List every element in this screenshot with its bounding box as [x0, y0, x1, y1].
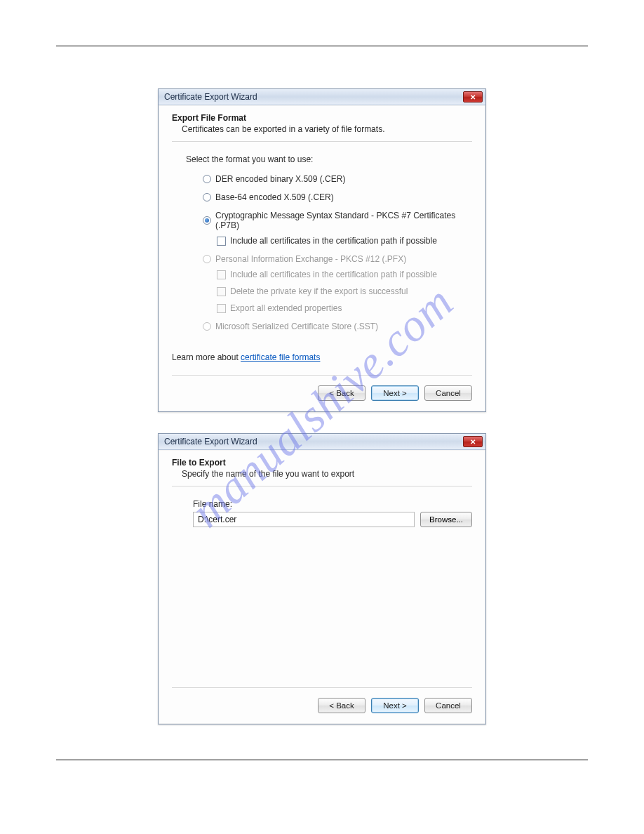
next-button[interactable]: Next >	[371, 385, 419, 401]
option-label: Microsoft Serialized Certificate Store (…	[215, 322, 378, 331]
option-der[interactable]: DER encoded binary X.509 (.CER)	[203, 174, 472, 184]
close-button[interactable]: ✕	[463, 91, 483, 102]
learn-more: Learn more about certificate file format…	[172, 352, 472, 362]
section-subheading: Specify the name of the file you want to…	[172, 469, 472, 479]
radio-icon	[203, 193, 211, 201]
titlebar: Certificate Export Wizard ✕	[159, 434, 485, 450]
separator	[172, 141, 472, 142]
browse-button[interactable]: Browse...	[420, 512, 472, 527]
radio-icon	[203, 175, 211, 183]
learn-more-prefix: Learn more about	[172, 352, 241, 362]
check-label: Export all extended properties	[230, 303, 342, 313]
p7b-include-check[interactable]: Include all certificates in the certific…	[217, 236, 472, 246]
option-p7b[interactable]: Cryptographic Message Syntax Standard - …	[203, 211, 472, 230]
section-heading: Export File Format	[172, 113, 472, 123]
section-heading: File to Export	[172, 458, 472, 468]
option-pfx: Personal Information Exchange - PKCS #12…	[203, 254, 472, 264]
checkbox-icon	[217, 287, 226, 296]
pfx-delete-check: Delete the private key if the export is …	[217, 286, 472, 296]
check-label: Include all certificates in the certific…	[230, 270, 437, 279]
next-button[interactable]: Next >	[371, 698, 419, 713]
option-sst: Microsoft Serialized Certificate Store (…	[203, 322, 472, 331]
spacer	[172, 527, 472, 675]
cancel-button[interactable]: Cancel	[424, 698, 472, 713]
close-icon: ✕	[470, 438, 476, 446]
check-label: Include all certificates in the certific…	[230, 236, 437, 246]
pfx-include-check: Include all certificates in the certific…	[217, 270, 472, 279]
option-label: Cryptographic Message Syntax Standard - …	[215, 211, 472, 230]
dialog-title: Certificate Export Wizard	[164, 92, 257, 102]
checkbox-icon	[217, 237, 226, 246]
top-rule	[56, 46, 588, 46]
titlebar: Certificate Export Wizard ✕	[159, 89, 485, 105]
option-base64[interactable]: Base-64 encoded X.509 (.CER)	[203, 192, 472, 202]
check-label: Delete the private key if the export is …	[230, 286, 408, 296]
separator	[172, 486, 472, 486]
format-prompt: Select the format you want to use:	[186, 154, 472, 164]
radio-icon	[203, 322, 211, 331]
back-button[interactable]: < Back	[318, 385, 365, 401]
bottom-rule	[56, 760, 588, 760]
close-button[interactable]: ✕	[463, 436, 483, 447]
close-icon: ✕	[470, 93, 476, 101]
dialog-title: Certificate Export Wizard	[164, 437, 257, 446]
radio-icon	[203, 255, 211, 263]
section-subheading: Certificates can be exported in a variet…	[172, 124, 472, 134]
learn-more-link[interactable]: certificate file formats	[241, 352, 320, 362]
cancel-button[interactable]: Cancel	[424, 385, 472, 401]
filename-label: File name:	[193, 499, 472, 509]
option-label: Personal Information Exchange - PKCS #12…	[215, 254, 406, 264]
filename-input[interactable]	[193, 512, 415, 527]
option-label: DER encoded binary X.509 (.CER)	[215, 174, 345, 184]
radio-icon	[203, 216, 211, 225]
file-to-export-dialog: Certificate Export Wizard ✕ File to Expo…	[158, 433, 486, 724]
export-format-dialog: Certificate Export Wizard ✕ Export File …	[158, 88, 486, 412]
checkbox-icon	[217, 270, 226, 279]
back-button[interactable]: < Back	[318, 698, 365, 713]
option-label: Base-64 encoded X.509 (.CER)	[215, 192, 334, 202]
checkbox-icon	[217, 304, 226, 313]
pfx-extended-check: Export all extended properties	[217, 303, 472, 313]
